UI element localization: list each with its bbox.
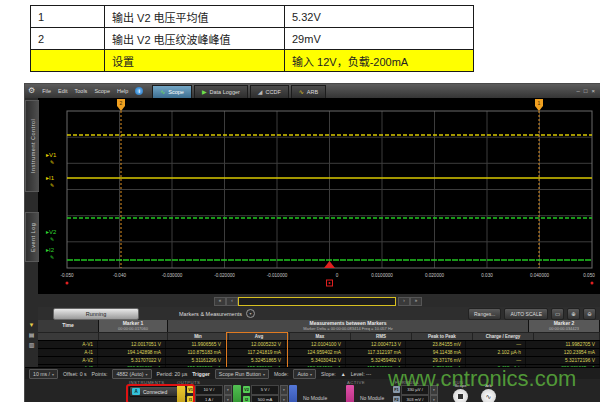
f2-value[interactable]: 303 mV /: [401, 395, 429, 402]
col-min[interactable]: Min: [168, 333, 229, 340]
value-cell: 117.241819 mA: [226, 349, 286, 356]
trigger-anchor-dot: [329, 282, 331, 284]
table-row: 2 输出 V2 电压纹波峰峰值 29mV: [31, 28, 473, 50]
curve-icon: ◢: [258, 89, 263, 95]
columns-icon[interactable]: ▥: [29, 342, 35, 349]
scroll-thumb[interactable]: [238, 297, 396, 306]
value-cell: —: [466, 341, 526, 348]
channel-v2-label[interactable]: ▸V2: [46, 229, 57, 235]
autoscale-button[interactable]: AUTO SCALE: [504, 308, 548, 320]
gear-icon[interactable]: ⚙: [28, 87, 35, 95]
module-3-bar[interactable]: 3: [289, 385, 297, 402]
time-header: Time: [38, 320, 99, 332]
tab-ccdf[interactable]: ◢ CCDF: [250, 85, 289, 98]
tab-arb[interactable]: ∿ ARB: [291, 85, 326, 98]
value-cell: 194.142898 mA: [98, 349, 166, 356]
channel-v1-label[interactable]: ▸V1: [46, 152, 57, 158]
scroll-right-button[interactable]: ›: [398, 297, 410, 306]
i2-value[interactable]: 500 mA: [251, 395, 279, 402]
menu-file[interactable]: File: [42, 88, 51, 94]
collapse-icon[interactable]: ▾: [246, 309, 255, 318]
rows-icon[interactable]: ▤: [29, 332, 35, 339]
slope-rising-icon[interactable]: ▲: [341, 371, 346, 377]
pen-icon: ✎: [50, 182, 54, 188]
level-label: Level: ---: [351, 371, 371, 377]
module-2-bar[interactable]: 2: [233, 385, 241, 402]
value-cell: 110.875183 mA: [166, 349, 226, 356]
row-value-cell: 5.32V: [285, 6, 473, 27]
tab-scope[interactable]: ∿ Scope: [152, 85, 192, 98]
timebase-dropdown[interactable]: 10 ms /▾: [29, 369, 58, 379]
chevron-down-icon[interactable]: ▾: [280, 395, 288, 402]
svg-text:0.030: 0.030: [481, 273, 493, 278]
scope-app-window: ⚙ File Edit Tools Scope Help i ∿ Scope ▶…: [25, 84, 600, 402]
side-tab-instrument-control[interactable]: Instrument Control: [25, 100, 39, 192]
chevron-down-icon[interactable]: ▾: [430, 395, 438, 402]
scroll-left-button[interactable]: ‹: [226, 297, 238, 306]
svg-text:0.050: 0.050: [583, 273, 595, 278]
trigger-marker[interactable]: [324, 261, 335, 268]
i2-setting: I2500 mA▾: [243, 395, 288, 402]
table-row: 1 输出 V2 电压平均值 5.32V: [31, 6, 473, 28]
chevron-down-icon[interactable]: ▾: [224, 385, 232, 395]
marker-2-handle[interactable]: 2: [117, 99, 125, 111]
marker-1-handle[interactable]: 1: [535, 99, 543, 111]
tab-label: Scope: [168, 89, 184, 95]
trigger-label: Trigger: [192, 371, 210, 377]
side-tab-event-log[interactable]: Event Log: [25, 212, 39, 262]
scroll-far-right-button[interactable]: »: [410, 297, 422, 306]
markers-measurements-label: Markers & Measurements: [179, 311, 242, 317]
col-charge-energy[interactable]: Charge / Energy: [473, 333, 534, 340]
status-row: Running Markers & Measurements ▾ Ranges.…: [38, 307, 600, 320]
col-peak-to-peak[interactable]: Peak to Peak: [412, 333, 473, 340]
row-number-cell: 2: [31, 28, 105, 49]
points-dropdown[interactable]: 4882 (Auto)▾: [112, 369, 151, 379]
trigger-mode-dropdown[interactable]: Scope Run Button▾: [215, 369, 269, 379]
display-icon[interactable]: ▭: [551, 308, 564, 320]
slope-label: Slope:: [321, 371, 336, 377]
channel-i1-label[interactable]: ▸I1: [46, 175, 55, 181]
tab-data-logger[interactable]: ▶ Data Logger: [194, 85, 248, 98]
filter-icon[interactable]: ▼: [29, 322, 35, 329]
measurement-tool-strip: ▼ ▤ ▥: [25, 320, 38, 369]
x-axis-labels: -0.050 -0.040 -0.030000 -0.020000 -0.010…: [60, 273, 595, 278]
maximize-button[interactable]: □: [584, 88, 588, 94]
row-name: A-V1: [38, 341, 98, 348]
tab-label: ARB: [307, 89, 318, 95]
svg-text:-0.030000: -0.030000: [162, 273, 183, 278]
chevron-down-icon[interactable]: ▾: [224, 395, 232, 402]
mode-dropdown[interactable]: Auto▾: [293, 369, 316, 379]
menu-scope[interactable]: Scope: [94, 88, 110, 94]
menu-tools[interactable]: Tools: [75, 88, 88, 94]
points-label: Points:: [92, 371, 108, 377]
col-rms[interactable]: RMS: [351, 333, 412, 340]
zoom-in-icon[interactable]: ⊕: [567, 308, 580, 320]
module-4-bar[interactable]: 4: [346, 385, 354, 402]
chevron-down-icon[interactable]: ▾: [280, 385, 288, 395]
value-cell: 5.32172196 V: [526, 357, 600, 364]
waveform-plot[interactable]: 2 1 ▸V1 ✎ ▸I1 ✎ ▸V2: [38, 98, 600, 294]
f2-chip: F2: [393, 396, 400, 402]
minimize-button[interactable]: –: [577, 88, 580, 94]
stop-icon: [458, 394, 463, 399]
close-button[interactable]: ×: [591, 88, 595, 94]
col-avg[interactable]: Avg: [229, 333, 290, 340]
channel-i2-label[interactable]: ▸I2: [46, 247, 55, 253]
value-cell: 12.0004713 V: [346, 341, 406, 348]
row-label-cell: 输出 V2 电压纹波峰峰值: [105, 28, 285, 49]
v1-value[interactable]: 10 V /: [195, 385, 223, 395]
col-max[interactable]: Max: [290, 333, 351, 340]
pen-icon: ✎: [50, 254, 54, 260]
scroll-far-left-button[interactable]: «: [214, 297, 226, 306]
pen-icon: ✎: [50, 236, 54, 242]
menu-help[interactable]: Help: [117, 88, 128, 94]
running-button[interactable]: Running: [53, 308, 139, 320]
v2-value[interactable]: 5 V /: [251, 385, 279, 395]
svg-text:0.040000: 0.040000: [530, 273, 550, 278]
menu-edit[interactable]: Edit: [58, 88, 67, 94]
ranges-button[interactable]: Ranges...: [468, 308, 501, 320]
i1-value[interactable]: 1 A /: [195, 395, 223, 402]
measurement-row-v1: A-V1 12.0017051 V 11.9906565 V 12.000523…: [38, 340, 600, 348]
zoom-out-icon[interactable]: ⊖: [583, 308, 596, 320]
info-icon[interactable]: i: [135, 87, 143, 95]
